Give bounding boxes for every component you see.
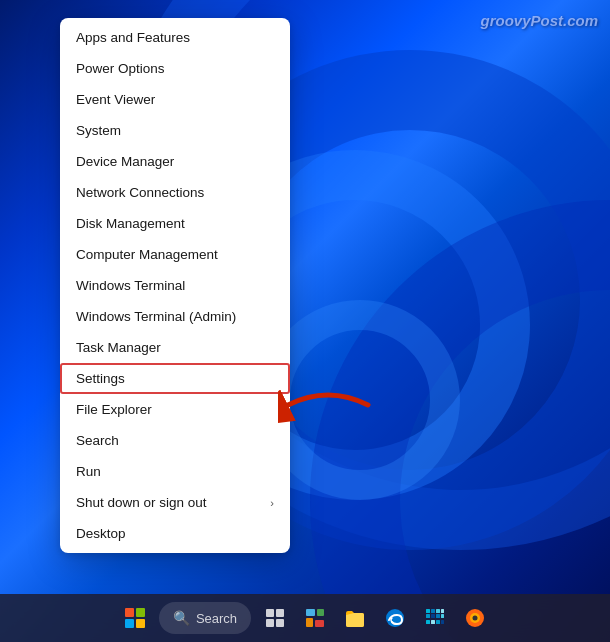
- svg-rect-6: [317, 609, 324, 616]
- svg-rect-1: [266, 609, 274, 617]
- firefox-icon[interactable]: [459, 602, 491, 634]
- menu-item-label-disk-management: Disk Management: [76, 216, 185, 231]
- menu-item-label-computer-management: Computer Management: [76, 247, 218, 262]
- menu-item-label-system: System: [76, 123, 121, 138]
- svg-rect-7: [306, 618, 313, 627]
- svg-rect-16: [436, 614, 440, 618]
- menu-item-disk-management[interactable]: Disk Management: [60, 208, 290, 239]
- svg-rect-4: [276, 619, 284, 627]
- svg-point-24: [473, 616, 478, 621]
- svg-rect-3: [266, 619, 274, 627]
- menu-item-device-manager[interactable]: Device Manager: [60, 146, 290, 177]
- zoom-icon[interactable]: [299, 602, 331, 634]
- menu-item-label-network-connections: Network Connections: [76, 185, 204, 200]
- taskbar-search[interactable]: 🔍 Search: [159, 602, 251, 634]
- search-icon: 🔍: [173, 610, 190, 626]
- svg-rect-15: [431, 614, 435, 618]
- svg-rect-21: [441, 620, 444, 624]
- menu-item-windows-terminal-admin[interactable]: Windows Terminal (Admin): [60, 301, 290, 332]
- menu-item-system[interactable]: System: [60, 115, 290, 146]
- menu-item-label-shut-down-sign-out: Shut down or sign out: [76, 495, 207, 510]
- menu-item-label-settings: Settings: [76, 371, 125, 386]
- watermark: groovyPost.com: [480, 12, 598, 29]
- menu-item-run[interactable]: Run: [60, 456, 290, 487]
- svg-rect-5: [306, 609, 315, 616]
- svg-rect-14: [426, 614, 430, 618]
- menu-item-file-explorer[interactable]: File Explorer: [60, 394, 290, 425]
- menu-item-windows-terminal[interactable]: Windows Terminal: [60, 270, 290, 301]
- menu-item-label-event-viewer: Event Viewer: [76, 92, 155, 107]
- svg-rect-17: [441, 614, 444, 618]
- submenu-chevron-icon: ›: [270, 497, 274, 509]
- menu-item-label-desktop: Desktop: [76, 526, 126, 541]
- svg-rect-13: [441, 609, 444, 613]
- svg-rect-10: [426, 609, 430, 613]
- menu-item-label-device-manager: Device Manager: [76, 154, 174, 169]
- menu-item-label-power-options: Power Options: [76, 61, 165, 76]
- taskbar-search-label: Search: [196, 611, 237, 626]
- menu-item-label-windows-terminal-admin: Windows Terminal (Admin): [76, 309, 236, 324]
- menu-item-label-apps-features: Apps and Features: [76, 30, 190, 45]
- menu-item-computer-management[interactable]: Computer Management: [60, 239, 290, 270]
- svg-rect-12: [436, 609, 440, 613]
- menu-item-network-connections[interactable]: Network Connections: [60, 177, 290, 208]
- start-button[interactable]: [119, 602, 151, 634]
- menu-item-label-search: Search: [76, 433, 119, 448]
- menu-item-label-run: Run: [76, 464, 101, 479]
- svg-rect-8: [315, 620, 324, 627]
- file-explorer-icon[interactable]: [339, 602, 371, 634]
- task-view-button[interactable]: [259, 602, 291, 634]
- menu-item-task-manager[interactable]: Task Manager: [60, 332, 290, 363]
- menu-item-event-viewer[interactable]: Event Viewer: [60, 84, 290, 115]
- menu-item-apps-features[interactable]: Apps and Features: [60, 22, 290, 53]
- taskbar: 🔍 Search: [0, 594, 610, 642]
- menu-item-power-options[interactable]: Power Options: [60, 53, 290, 84]
- edge-icon[interactable]: [379, 602, 411, 634]
- menu-item-label-task-manager: Task Manager: [76, 340, 161, 355]
- svg-rect-18: [426, 620, 430, 624]
- svg-rect-20: [436, 620, 440, 624]
- svg-rect-19: [431, 620, 435, 624]
- menu-item-shut-down-sign-out[interactable]: Shut down or sign out›: [60, 487, 290, 518]
- apps-icon[interactable]: [419, 602, 451, 634]
- menu-item-label-windows-terminal: Windows Terminal: [76, 278, 185, 293]
- menu-item-search[interactable]: Search: [60, 425, 290, 456]
- menu-item-settings[interactable]: Settings: [60, 363, 290, 394]
- menu-item-label-file-explorer: File Explorer: [76, 402, 152, 417]
- svg-rect-11: [431, 609, 435, 613]
- menu-item-desktop[interactable]: Desktop: [60, 518, 290, 549]
- svg-rect-2: [276, 609, 284, 617]
- context-menu: Apps and FeaturesPower OptionsEvent View…: [60, 18, 290, 553]
